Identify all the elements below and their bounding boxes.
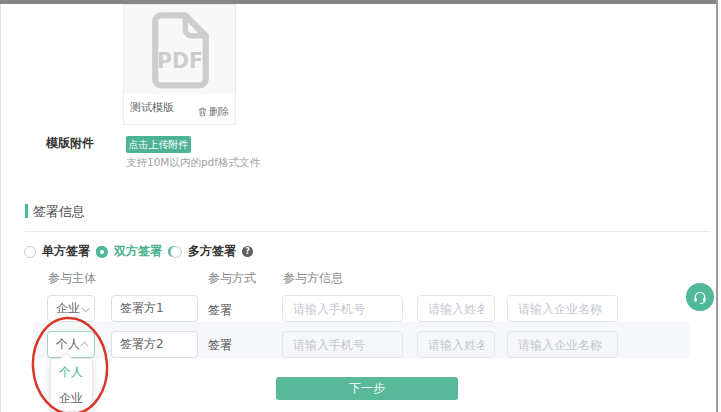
- party-name-input-row2[interactable]: [111, 331, 198, 358]
- radio-circle[interactable]: [24, 246, 36, 258]
- column-header-info: 参与方信息: [283, 270, 343, 287]
- chevron-up-icon: [80, 341, 88, 349]
- radio-label: 双方签署: [114, 243, 162, 260]
- column-header-method: 参与方式: [208, 270, 256, 287]
- radio-label: 多方签署: [188, 243, 236, 260]
- subject-select-row1[interactable]: 企业: [47, 295, 95, 322]
- pdf-file-icon: PDF: [148, 11, 212, 89]
- window-top-border: [0, 0, 718, 4]
- pdf-badge-text: PDF: [157, 48, 203, 72]
- section-title: 签署信息: [33, 203, 85, 221]
- name-input-row2[interactable]: [417, 331, 495, 358]
- subject-select-value: 企业: [56, 300, 80, 317]
- headset-icon: [692, 289, 708, 305]
- radio-two-party[interactable]: 双方签署 ?: [96, 243, 179, 260]
- delete-file-label: 删除: [209, 105, 229, 119]
- help-icon[interactable]: ?: [242, 246, 253, 257]
- method-label-row1: 签署: [208, 302, 232, 319]
- radio-circle-selected[interactable]: [96, 246, 108, 258]
- company-input-row1[interactable]: [507, 295, 618, 322]
- chevron-down-icon: [81, 304, 89, 312]
- uploaded-file-card: PDF 测试模版 删除: [123, 4, 236, 125]
- column-header-subject: 参与主体: [48, 270, 96, 287]
- dropdown-option-personal[interactable]: 个人: [51, 359, 92, 385]
- next-step-button[interactable]: 下一步: [276, 377, 458, 400]
- phone-input-row2[interactable]: [282, 331, 403, 358]
- radio-label: 单方签署: [42, 243, 90, 260]
- radio-circle[interactable]: [170, 246, 182, 258]
- radio-multi-party[interactable]: 多方签署 ?: [170, 243, 253, 260]
- subject-select-row2[interactable]: 个人: [47, 331, 95, 358]
- name-input-row1[interactable]: [417, 295, 495, 322]
- customer-service-button[interactable]: [686, 283, 714, 311]
- pdf-thumbnail: PDF: [124, 5, 235, 94]
- company-input-row2[interactable]: [507, 331, 618, 358]
- template-attachment-label: 模版附件: [46, 135, 94, 152]
- window-left-border: [0, 4, 1, 412]
- upload-attachment-button[interactable]: 点击上传附件: [126, 136, 191, 153]
- party-name-input-row1[interactable]: [111, 295, 198, 322]
- trash-icon: [198, 107, 207, 117]
- subject-select-value: 个人: [56, 336, 80, 353]
- window-right-border: [716, 0, 718, 412]
- section-accent-bar: [25, 204, 28, 218]
- phone-input-row1[interactable]: [282, 295, 403, 322]
- subject-dropdown-menu: 个人 企业: [50, 358, 93, 412]
- delete-file-button[interactable]: 删除: [198, 105, 229, 119]
- template-sign-setup-page: PDF 测试模版 删除 模版附件 点击上传附件 支持10M以内的pdf格式文件 …: [0, 0, 721, 412]
- radio-single-party[interactable]: 单方签署 ?: [24, 243, 107, 260]
- file-name: 测试模版: [130, 100, 174, 115]
- section-divider: [25, 231, 710, 232]
- dropdown-option-company[interactable]: 企业: [51, 385, 92, 411]
- method-label-row2: 签署: [208, 337, 232, 354]
- upload-hint-text: 支持10M以内的pdf格式文件: [126, 156, 260, 170]
